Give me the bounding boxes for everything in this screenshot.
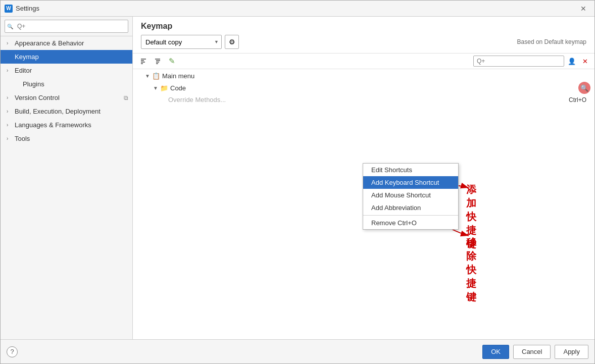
sidebar-item-label: Editor xyxy=(15,67,32,74)
chevron-icon: › xyxy=(7,122,13,128)
context-menu-separator xyxy=(363,215,458,216)
main-content: › Appearance & Behavior Keymap › Editor … xyxy=(1,17,594,339)
app-icon: W xyxy=(5,5,13,13)
context-menu-item-remove-ctrl-o[interactable]: Remove Ctrl+O xyxy=(363,217,458,229)
tree-item-main-menu[interactable]: ▼ 📋 Main menu xyxy=(133,71,594,81)
toolbar: ✎ 👤 ✕ xyxy=(133,54,594,69)
tree-item-label: Main menu xyxy=(162,72,590,80)
window-title: Settings xyxy=(16,5,39,12)
keymap-gear-button[interactable]: ⚙ xyxy=(225,35,239,49)
sidebar-item-label: Languages & Frameworks xyxy=(15,121,91,129)
sidebar-item-label: Keymap xyxy=(15,53,39,61)
chevron-icon: › xyxy=(7,40,13,46)
search-user-icon[interactable]: 👤 xyxy=(566,56,577,67)
settings-window: W Settings ✕ › Appearance & Behavior K xyxy=(0,0,595,364)
search-magnify-icon: 🔍 xyxy=(578,82,590,94)
context-menu: Edit Shortcuts Add Keyboard Shortcut Add… xyxy=(363,163,459,230)
main-panel: Keymap Default copy ⚙ Based on Default k… xyxy=(133,17,594,339)
title-bar: W Settings ✕ xyxy=(1,1,594,17)
ok-button[interactable]: OK xyxy=(482,345,509,359)
sidebar-search-input[interactable] xyxy=(5,20,128,33)
sidebar-item-label: Version Control xyxy=(15,94,60,101)
sidebar-search-area xyxy=(1,17,132,36)
annotation-remove-label: 移除快捷键 xyxy=(466,236,476,304)
sidebar-item-languages[interactable]: › Languages & Frameworks xyxy=(1,118,132,132)
sidebar-item-keymap[interactable]: Keymap xyxy=(1,50,132,64)
chevron-icon: › xyxy=(7,109,13,114)
sidebar-item-label: Appearance & Behavior xyxy=(15,39,84,47)
toolbar-search-area: 👤 ✕ xyxy=(473,56,590,67)
context-menu-item-add-keyboard[interactable]: Add Keyboard Shortcut xyxy=(363,176,458,189)
sidebar-search-wrapper xyxy=(5,20,128,33)
tree-area: ▼ 📋 Main menu ▼ 📁 Code 🔍 xyxy=(133,69,594,339)
sidebar-item-editor[interactable]: › Editor xyxy=(1,64,132,77)
collapse-all-button[interactable] xyxy=(151,56,164,67)
annotation-add-label: 添加快捷键 xyxy=(466,183,476,251)
keymap-select[interactable]: Default copy xyxy=(141,35,222,49)
bottom-left: ? xyxy=(7,346,18,357)
tree-item-label: Code xyxy=(170,84,576,92)
sidebar-item-version-control[interactable]: › Version Control ⧉ xyxy=(1,91,132,105)
expand-all-button[interactable] xyxy=(137,56,150,67)
help-button[interactable]: ? xyxy=(7,346,18,357)
tree-item-override-methods[interactable]: Override Methods... Ctrl+O xyxy=(133,95,594,105)
main-header: Keymap Default copy ⚙ Based on Default k… xyxy=(133,17,594,54)
context-menu-item-edit-shortcuts[interactable]: Edit Shortcuts xyxy=(363,164,458,176)
main-title: Keymap xyxy=(141,22,586,31)
sidebar-items-list: › Appearance & Behavior Keymap › Editor … xyxy=(1,36,132,339)
toolbar-search-input[interactable] xyxy=(473,56,564,67)
sidebar-item-appearance[interactable]: › Appearance & Behavior xyxy=(1,36,132,50)
based-on-label: Based on Default keymap xyxy=(517,38,586,45)
sidebar: › Appearance & Behavior Keymap › Editor … xyxy=(1,17,133,339)
tree-item-code[interactable]: ▼ 📁 Code 🔍 xyxy=(133,81,594,95)
cancel-button[interactable]: Cancel xyxy=(513,345,551,359)
keymap-select-wrapper: Default copy xyxy=(141,35,222,49)
tree-item-label: Override Methods... xyxy=(168,96,569,103)
sidebar-item-label: Build, Execution, Deployment xyxy=(15,108,101,115)
chevron-icon: › xyxy=(7,95,13,100)
chevron-icon: › xyxy=(7,136,13,141)
keymap-row: Default copy ⚙ Based on Default keymap xyxy=(141,35,586,49)
main-menu-icon: 📋 xyxy=(152,72,160,80)
context-menu-item-add-mouse[interactable]: Add Mouse Shortcut xyxy=(363,189,458,201)
close-button[interactable]: ✕ xyxy=(576,4,590,14)
chevron-icon: › xyxy=(7,68,13,73)
keymap-row-left: Default copy ⚙ xyxy=(141,35,239,49)
sidebar-item-tools[interactable]: › Tools xyxy=(1,132,132,145)
shortcut-label: Ctrl+O xyxy=(569,96,590,103)
title-bar-left: W Settings xyxy=(5,5,39,13)
sidebar-item-build[interactable]: › Build, Execution, Deployment xyxy=(1,105,132,118)
apply-button[interactable]: Apply xyxy=(555,345,588,359)
sidebar-item-plugins[interactable]: Plugins xyxy=(1,77,132,91)
sidebar-item-label: Plugins xyxy=(23,80,44,88)
bottom-bar: ? OK Cancel Apply xyxy=(1,339,594,363)
edit-button[interactable]: ✎ xyxy=(165,56,178,67)
search-close-button[interactable]: ✕ xyxy=(579,56,590,67)
copy-icon: ⧉ xyxy=(124,94,128,101)
code-icon: 📁 xyxy=(160,84,168,92)
sidebar-item-label: Tools xyxy=(15,135,30,142)
context-menu-item-add-abbreviation[interactable]: Add Abbreviation xyxy=(363,201,458,214)
